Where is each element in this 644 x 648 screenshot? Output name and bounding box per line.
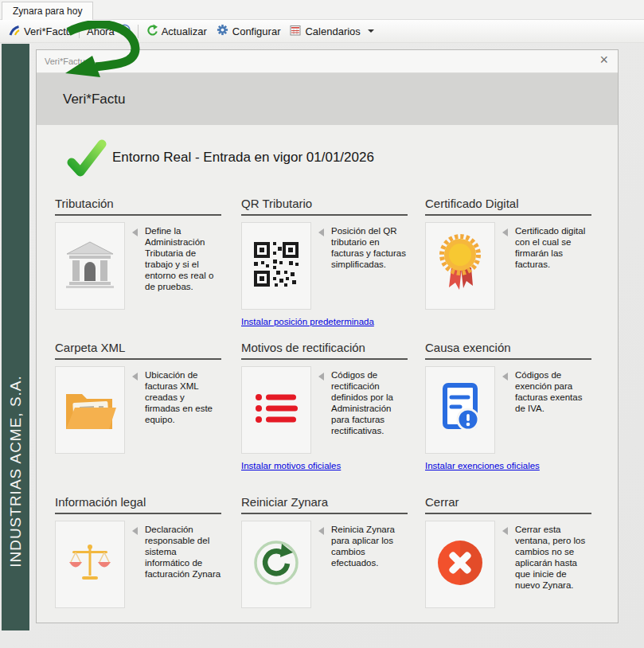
motivos-rectificacion-tile[interactable] (241, 366, 311, 454)
close-icon[interactable]: × (599, 50, 608, 70)
restart-icon (253, 540, 299, 589)
collapse-arrow-icon (132, 527, 138, 535)
collapse-arrow-icon (502, 527, 508, 535)
section-title: Tributación (55, 197, 221, 216)
red-list-icon (255, 391, 298, 429)
section-description: Ubicación de facturas XML creadas y firm… (145, 366, 221, 425)
close-circle-icon (436, 539, 484, 590)
app-window: Zynara para hoy Veri*Factu Ahora Actuali… (0, 0, 644, 648)
medal-icon (437, 234, 483, 298)
section-title: Reiniciar Zynara (241, 495, 408, 514)
instalar-motivos-link[interactable]: Instalar motivos oficiales (241, 461, 341, 470)
configurar-button-label: Configurar (232, 25, 281, 37)
tab-zynara-para-hoy[interactable]: Zynara para hoy (2, 2, 93, 20)
certificado-digital-tile[interactable] (425, 222, 495, 310)
section-description: Códigos de exención para facturas exenta… (515, 366, 591, 414)
section-informacion-legal: Información legal Declaración responsabl… (55, 495, 221, 608)
section-description: Declaración responsable del sistema info… (145, 521, 221, 580)
section-description: Define la Administración Tributaria de t… (145, 222, 221, 292)
collapse-arrow-icon (502, 373, 508, 381)
section-title: Carpeta XML (55, 341, 221, 360)
company-name-label: INDUSTRIAS ACME, S.A. (7, 375, 25, 568)
refresh-icon (146, 24, 158, 38)
configurar-button[interactable]: Configurar (212, 21, 286, 41)
tributacion-tile[interactable] (55, 222, 125, 310)
dialog-header-title: Veri*Factu (63, 92, 125, 107)
section-description: Códigos de rectificación definidos por l… (331, 366, 408, 436)
collapse-arrow-icon (132, 373, 138, 381)
section-cerrar: Cerrar Cerrar esta ventana, pero los cam… (425, 495, 591, 608)
cerrar-tile[interactable] (425, 521, 495, 608)
collapse-arrow-icon (318, 228, 324, 236)
section-motivos-rectificacion: Motivos de rectificación Códigos de rect… (241, 341, 408, 472)
section-description: Reinicia Zynara para aplicar los cambios… (331, 521, 408, 568)
instalar-exenciones-link[interactable]: Instalar exenciones oficiales (425, 461, 540, 470)
section-title: Cerrar (425, 495, 591, 514)
folder-icon (64, 386, 116, 434)
annotation-arrow-icon (56, 21, 145, 84)
calendar-icon (290, 25, 301, 38)
collapse-arrow-icon (502, 228, 508, 236)
section-title: QR Tributario (241, 197, 408, 216)
collapse-arrow-icon (318, 373, 324, 381)
section-description: Certificado digital con el cual se firma… (515, 222, 591, 270)
bank-icon (65, 240, 115, 291)
calendarios-button[interactable]: Calendarios (285, 22, 378, 41)
verifactu-dialog: Veri*Factu × Veri*Factu Entorno Real - E… (36, 49, 619, 623)
collapse-arrow-icon (132, 228, 138, 236)
section-title: Motivos de rectificación (241, 341, 408, 360)
actualizar-button[interactable]: Actualizar (141, 21, 212, 41)
section-certificado-digital: Certificado Digital Certificado digital … (425, 197, 591, 310)
status-headline: Entorno Real - Entrada en vigor 01/01/20… (112, 150, 374, 166)
company-sidebar: INDUSTRIAS ACME, S.A. (2, 44, 30, 630)
aeat-logo-icon (9, 25, 20, 38)
section-tributacion: Tributación Define la Administración Tri… (55, 197, 221, 310)
qr-tributario-tile[interactable] (241, 222, 311, 310)
section-carpeta-xml: Carpeta XML Ubicación de facturas XML cr… (55, 341, 221, 454)
collapse-arrow-icon (318, 527, 324, 535)
section-qr-tributario: QR Tributario Posición del QR tributario… (241, 197, 408, 328)
causa-exencion-tile[interactable] (425, 366, 495, 454)
section-title: Información legal (55, 495, 221, 514)
tab-bar: Zynara para hoy (0, 0, 644, 20)
informacion-legal-tile[interactable] (55, 521, 125, 608)
section-description: Posición del QR tributario en facturas y… (331, 222, 408, 270)
green-checkmark-icon (65, 138, 107, 182)
calendarios-button-label: Calendarios (305, 25, 360, 37)
qr-code-icon (254, 242, 299, 290)
gear-icon (217, 24, 228, 38)
carpeta-xml-tile[interactable] (55, 366, 125, 454)
instalar-posicion-link[interactable]: Instalar posición predeterminada (241, 317, 374, 326)
actualizar-button-label: Actualizar (162, 25, 207, 37)
document-alert-icon (438, 383, 482, 437)
section-causa-exencion: Causa exención Códigos de exención para … (425, 341, 591, 472)
scales-icon (68, 543, 111, 586)
chevron-down-icon (368, 29, 374, 33)
reiniciar-zynara-tile[interactable] (241, 521, 311, 608)
section-title: Causa exención (425, 341, 591, 360)
section-title: Certificado Digital (425, 197, 591, 216)
section-description: Cerrar esta ventana, pero los cambios no… (515, 521, 591, 591)
section-reiniciar-zynara: Reiniciar Zynara Reinicia Zynara para ap… (241, 495, 408, 608)
